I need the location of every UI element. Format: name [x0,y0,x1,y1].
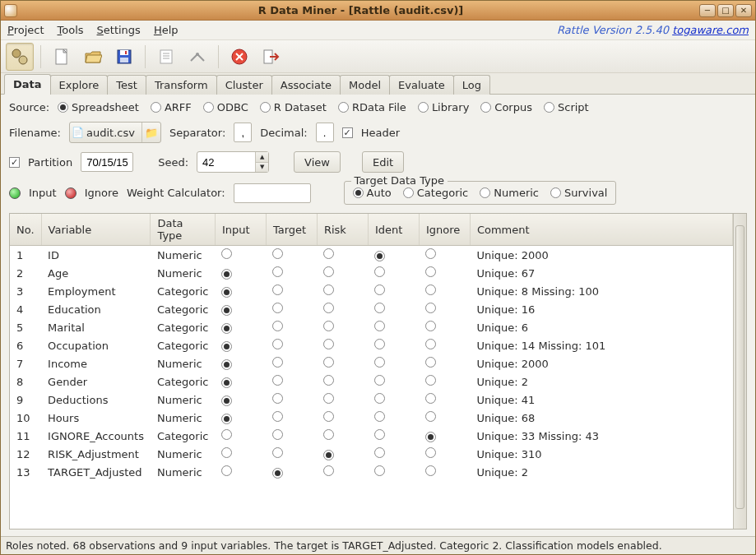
role-radio[interactable] [425,339,436,349]
role-radio[interactable] [221,414,232,424]
table-row[interactable]: 13TARGET_AdjustedNumericUnique: 2 [10,463,733,481]
source-radio-spreadsheet[interactable]: Spreadsheet [58,101,139,113]
partition-checkbox[interactable] [9,157,20,168]
target-type-radio-categoric[interactable]: Categoric [403,187,468,199]
table-row[interactable]: 11IGNORE_AccountsCategoricUnique: 33 Mis… [10,427,733,445]
role-radio[interactable] [221,305,232,316]
column-header-no-[interactable]: No. [10,214,41,246]
menu-tools[interactable]: Tools [58,24,84,36]
weight-input[interactable] [234,183,311,203]
menu-help[interactable]: Help [154,24,179,36]
role-radio[interactable] [221,269,232,280]
role-radio[interactable] [374,284,385,295]
column-header-variable[interactable]: Variable [41,214,151,246]
header-checkbox[interactable] [342,127,353,138]
role-radio[interactable] [272,321,283,331]
seed-input[interactable] [197,152,255,172]
open-button[interactable] [79,43,107,71]
role-radio[interactable] [323,321,334,331]
target-type-radio-auto[interactable]: Auto [353,187,392,199]
column-header-ignore[interactable]: Ignore [419,214,470,246]
role-radio[interactable] [374,357,385,368]
table-row[interactable]: 6OccupationCategoricUnique: 14 Missing: … [10,336,733,354]
table-row[interactable]: 12RISK_AdjustmentNumericUnique: 310 [10,445,733,463]
menu-settings[interactable]: Settings [97,24,141,36]
view-button[interactable]: View [294,151,341,173]
vertical-scrollbar[interactable] [733,214,746,529]
role-radio[interactable] [272,411,283,422]
role-radio[interactable] [221,323,232,334]
tab-transform[interactable]: Transform [146,75,217,95]
role-radio[interactable] [323,465,334,476]
role-radio[interactable] [374,411,385,422]
column-header-risk[interactable]: Risk [317,214,368,246]
role-radio[interactable] [425,357,436,368]
seed-up-button[interactable]: ▲ [256,152,268,163]
source-radio-r-dataset[interactable]: R Dataset [260,101,327,113]
role-radio[interactable] [425,248,436,259]
minimize-button[interactable]: − [699,4,716,17]
role-radio[interactable] [221,447,232,458]
role-radio[interactable] [221,248,232,259]
role-radio[interactable] [221,341,232,352]
role-radio[interactable] [221,465,232,476]
role-radio[interactable] [374,266,385,277]
tab-associate[interactable]: Associate [271,75,341,95]
column-header-ident[interactable]: Ident [368,214,419,246]
role-radio[interactable] [221,377,232,388]
role-radio[interactable] [323,339,334,349]
role-radio[interactable] [221,359,232,370]
tab-explore[interactable]: Explore [50,75,109,95]
role-radio[interactable] [425,321,436,331]
role-radio[interactable] [374,375,385,386]
role-radio[interactable] [221,395,232,406]
column-header-input[interactable]: Input [215,214,266,246]
source-radio-corpus[interactable]: Corpus [480,101,532,113]
role-radio[interactable] [272,284,283,295]
role-radio[interactable] [323,393,334,404]
role-radio[interactable] [425,303,436,313]
role-radio[interactable] [323,450,334,460]
report-button[interactable] [152,43,180,71]
table-row[interactable]: 1IDNumericUnique: 2000 [10,246,733,265]
target-type-radio-survival[interactable]: Survival [550,187,607,199]
execute-button[interactable] [6,43,34,71]
role-radio[interactable] [374,303,385,313]
target-type-radio-numeric[interactable]: Numeric [480,187,539,199]
source-radio-library[interactable]: Library [418,101,469,113]
table-row[interactable]: 2AgeNumericUnique: 67 [10,264,733,282]
role-radio[interactable] [374,393,385,404]
role-radio[interactable] [272,248,283,259]
column-header-comment[interactable]: Comment [470,214,732,246]
table-row[interactable]: 10HoursNumericUnique: 68 [10,409,733,427]
tab-data[interactable]: Data [4,74,51,95]
role-radio[interactable] [323,375,334,386]
role-radio[interactable] [374,321,385,331]
role-radio[interactable] [272,393,283,404]
tab-test[interactable]: Test [107,75,146,95]
folder-icon[interactable]: 📁 [142,127,160,139]
role-radio[interactable] [272,429,283,440]
role-radio[interactable] [323,303,334,313]
separator-input[interactable] [234,123,252,142]
table-row[interactable]: 8GenderCategoricUnique: 2 [10,372,733,391]
filename-chooser[interactable]: 📄 audit.csv 📁 [69,122,161,143]
role-radio[interactable] [425,432,436,442]
decimal-input[interactable] [316,123,334,142]
column-header-target[interactable]: Target [266,214,317,246]
role-radio[interactable] [374,465,385,476]
column-header-data-type[interactable]: Data Type [151,214,215,246]
seed-spinner[interactable]: ▲ ▼ [197,151,269,173]
role-radio[interactable] [323,248,334,259]
role-radio[interactable] [323,284,334,295]
seed-down-button[interactable]: ▼ [256,163,268,173]
role-radio[interactable] [272,357,283,368]
table-row[interactable]: 5MaritalCategoricUnique: 6 [10,318,733,336]
role-radio[interactable] [374,429,385,440]
table-row[interactable]: 3EmploymentCategoricUnique: 8 Missing: 1… [10,282,733,300]
role-radio[interactable] [272,375,283,386]
role-radio[interactable] [374,447,385,458]
role-radio[interactable] [425,411,436,422]
role-radio[interactable] [374,251,385,261]
partition-input[interactable] [81,152,133,172]
